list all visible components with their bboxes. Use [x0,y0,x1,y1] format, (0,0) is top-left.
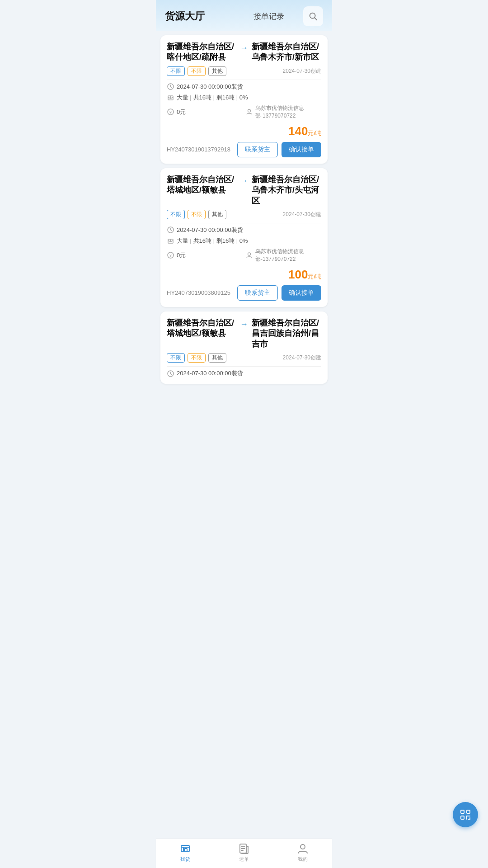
card1-buttons: 联系货主 确认接单 [237,142,321,157]
card2-tag-1: 不限 [167,210,185,219]
card1-contact-button[interactable]: 联系货主 [237,142,278,157]
card2-goods: 大量 | 共16吨 | 剩16吨 | 0% [177,237,248,245]
search-button[interactable] [303,6,323,26]
card2-contact-button[interactable]: 联系货主 [237,285,278,301]
company-icon-1 [245,108,253,116]
clock-icon-3 [167,370,174,377]
svg-point-7 [248,109,250,112]
svg-line-1 [314,18,317,20]
card-list: 新疆维吾尔自治区/喀什地区/疏附县 → 新疆维吾尔自治区/乌鲁木齐市/新市区 不… [156,31,332,420]
card1-to: 新疆维吾尔自治区/乌鲁木齐市/新市区 [252,42,321,63]
card1-company-row: ¥ 0元 乌苏市优信物流信息部-13779070722 [167,104,321,120]
card1-arrow: → [240,43,248,53]
header-tab[interactable]: 接单记录 [234,11,303,22]
card3-create-date: 2024-07-30创建 [283,354,321,362]
card1-fee: 0元 [177,108,186,116]
freight-card-2: 新疆维吾尔自治区/塔城地区/额敏县 → 新疆维吾尔自治区/乌鲁木齐市/头屯河区 … [160,168,328,307]
card1-goods-row: 大量 | 共16吨 | 剩16吨 | 0% [167,94,321,102]
card2-price-unit: 元/吨 [308,273,321,281]
clock-icon [167,83,174,90]
card2-tag-2: 不限 [188,210,206,219]
card2-price-num: 100 [288,268,308,282]
card2-confirm-button[interactable]: 确认接单 [282,285,321,301]
svg-text:¥: ¥ [169,254,172,258]
freight-card-3: 新疆维吾尔自治区/塔城地区/额敏县 → 新疆维吾尔自治区/昌吉回族自治州/昌吉市… [160,311,328,384]
orders-icon [238,843,250,854]
svg-rect-25 [184,849,187,852]
svg-text:¥: ¥ [169,110,172,114]
card2-company: 乌苏市优信物流信息部-13779070722 [255,248,321,263]
card3-load-time: 2024-07-30 00:00:00装货 [177,369,243,377]
card1-tag-2: 不限 [188,66,206,76]
search-icon [308,11,318,21]
card3-tag-2: 不限 [188,353,206,363]
profile-icon [297,843,309,854]
app-header: 货源大厅 接单记录 [156,0,332,31]
nav-label-orders: 运单 [239,856,249,863]
freight-card-1: 新疆维吾尔自治区/喀什地区/疏附县 → 新疆维吾尔自治区/乌鲁木齐市/新市区 不… [160,35,328,164]
header-title: 货源大厅 [165,9,234,23]
card2-to: 新疆维吾尔自治区/乌鲁木齐市/头屯河区 [252,175,321,206]
card3-arrow: → [240,320,248,329]
card1-price-num: 140 [288,124,308,138]
card2-buttons: 联系货主 确认接单 [237,285,321,301]
card2-order-id: HY24073019003809125 [167,289,230,296]
nav-item-home[interactable]: 找货 [179,843,191,863]
card1-company: 乌苏市优信物流信息部-13779070722 [255,104,321,120]
card1-goods: 大量 | 共16吨 | 剩16吨 | 0% [177,94,248,102]
box-icon [167,94,174,101]
money-icon-2: ¥ [167,252,174,259]
card2-fee: 0元 [177,251,186,259]
bottom-nav: 找货 运单 我的 [156,839,332,868]
card1-confirm-button[interactable]: 确认接单 [282,142,321,157]
card1-from: 新疆维吾尔自治区/喀什地区/疏附县 [167,42,236,63]
card2-tag-3: 其他 [208,210,226,219]
card2-create-date: 2024-07-30创建 [283,211,321,218]
card1-create-date: 2024-07-30创建 [283,67,321,75]
card1-load-time-row: 2024-07-30 00:00:00装货 [167,83,321,91]
card3-tag-3: 其他 [208,353,226,363]
card2-load-time: 2024-07-30 00:00:00装货 [177,226,243,234]
nav-label-profile: 我的 [298,856,308,863]
clock-icon-2 [167,226,174,234]
home-icon [179,843,191,854]
card3-load-time-row: 2024-07-30 00:00:00装货 [167,369,321,377]
nav-item-orders[interactable]: 运单 [238,843,250,863]
nav-item-profile[interactable]: 我的 [297,843,309,863]
card3-from: 新疆维吾尔自治区/塔城地区/额敏县 [167,318,236,339]
card2-from: 新疆维吾尔自治区/塔城地区/额敏县 [167,175,236,196]
card1-order-id: HY24073019013792918 [167,146,230,153]
money-icon-1: ¥ [167,108,174,116]
card1-tag-3: 其他 [208,66,226,76]
card1-load-time: 2024-07-30 00:00:00装货 [177,83,243,91]
card2-goods-row: 大量 | 共16吨 | 剩16吨 | 0% [167,237,321,245]
card2-company-row: ¥ 0元 乌苏市优信物流信息部-13779070722 [167,248,321,263]
card3-to: 新疆维吾尔自治区/昌吉回族自治州/昌吉市 [252,318,321,349]
card2-load-time-row: 2024-07-30 00:00:00装货 [167,226,321,234]
nav-label-home: 找货 [180,856,190,863]
company-icon-2 [245,252,253,259]
card1-tag-1: 不限 [167,66,185,76]
svg-point-30 [300,844,305,849]
card3-tag-1: 不限 [167,353,185,363]
svg-point-13 [248,253,250,255]
card2-arrow: → [240,176,248,186]
box-icon-2 [167,237,174,245]
card1-price-unit: 元/吨 [308,129,321,137]
